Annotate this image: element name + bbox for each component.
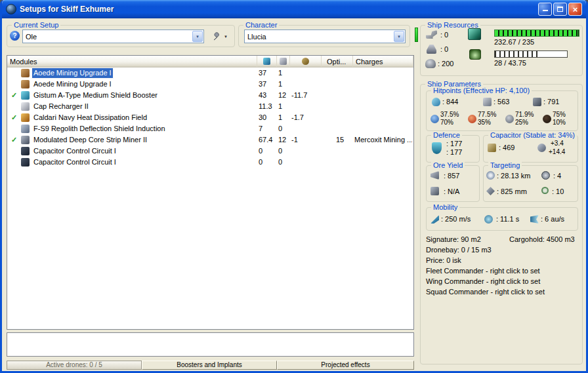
armor-hp-icon	[483, 98, 492, 106]
defence-value-1: : 177	[446, 140, 462, 147]
capacitor-amount: : 469	[499, 144, 514, 151]
sensor-strength-value: : 10	[552, 187, 564, 195]
module-pg: 12	[278, 135, 286, 145]
module-row[interactable]: ✓ Modulated Deep Core Strip Miner II 67.…	[7, 134, 413, 146]
scan-resolution-value: : 825 mm	[497, 187, 527, 195]
em-resist-icon	[430, 115, 439, 123]
module-pg: 0	[278, 124, 282, 134]
close-icon: ×	[573, 5, 578, 14]
speed-icon	[430, 215, 439, 224]
powergrid-usage-fill	[495, 51, 541, 57]
thermal-resist-icon	[468, 115, 476, 123]
powergrid-column-icon	[280, 58, 287, 65]
character-dropdown-button[interactable]: ▼	[394, 31, 404, 42]
rig-icon	[21, 158, 30, 167]
setup-select-value: Ole	[23, 33, 192, 41]
module-name: F-S9 Regolith Deflection Shield Inductio…	[32, 124, 167, 134]
character-group: Character Llucia ▼	[238, 25, 410, 47]
em-resist-shield: 37.5%	[440, 111, 459, 118]
modules-list: Aoede Mining Upgrade I 37 1 Aoede Mining…	[7, 68, 413, 168]
minimize-button[interactable]	[538, 3, 552, 16]
powergrid-usage-text: 28 / 43.75	[494, 59, 526, 67]
fleet-commander-text[interactable]: Fleet Commander - right click to set	[426, 267, 540, 275]
shield-hp-icon	[432, 98, 440, 106]
max-targets-value: : 4	[553, 172, 561, 180]
character-status-bar	[415, 28, 418, 42]
powergrid-icon	[469, 49, 481, 60]
speed-value: : 250 m/s	[441, 215, 471, 223]
module-row[interactable]: Aoede Mining Upgrade I 37 1	[7, 79, 413, 90]
active-check-icon: ✓	[11, 90, 17, 100]
module-cpu: 0	[259, 157, 262, 167]
active-drones-header[interactable]: Active drones: 0 / 5	[7, 361, 142, 370]
strip-miner-icon	[21, 136, 30, 144]
drones-panel	[7, 332, 414, 357]
shield-amplifier-icon	[21, 125, 30, 133]
squad-commander-text[interactable]: Squad Commander - right click to set	[426, 288, 545, 296]
module-name: Cap Recharger II	[32, 102, 90, 111]
boosters-implants-header[interactable]: Boosters and Implants	[142, 361, 277, 370]
capacitor-delta: +3.4	[551, 140, 564, 147]
wing-commander-text[interactable]: Wing Commander - right click to set	[426, 277, 540, 285]
character-select[interactable]: Llucia ▼	[244, 29, 406, 43]
modules-column-header: Modules	[7, 56, 257, 67]
module-row[interactable]: Capacitor Control Circuit I 0 0	[7, 146, 413, 157]
module-row[interactable]: ✓ Gistum A-Type Medium Shield Booster 43…	[7, 90, 413, 101]
shield-hp-value: : 844	[442, 98, 458, 106]
shield-defence-icon	[432, 142, 442, 154]
ore-laser-icon	[430, 171, 439, 180]
module-row[interactable]: Cap Recharger II 11.3 1	[7, 101, 413, 112]
ice-harvester-icon	[430, 187, 439, 195]
module-pg: 0	[278, 146, 282, 156]
module-pg: 1	[278, 113, 282, 123]
active-check-icon: ✓	[11, 135, 17, 145]
capacitor-label: Capacitor (Stable at: 34%)	[488, 131, 577, 140]
defence-group: Defence : 177 : 177	[426, 135, 480, 163]
module-row[interactable]: F-S9 Regolith Deflection Shield Inductio…	[7, 123, 413, 134]
close-button[interactable]: ×	[568, 3, 582, 16]
module-name: Gistum A-Type Medium Shield Booster	[32, 90, 159, 100]
mobility-group: Mobility : 250 m/s : 11.1 s : 6 au/s	[426, 207, 578, 231]
cpu-icon	[468, 28, 481, 40]
module-cap: -1	[291, 135, 298, 145]
structure-hp-value: : 791	[543, 98, 559, 106]
window-content: Current Setup ? Ole ▼ ▼ Character Llucia…	[2, 18, 586, 371]
maximize-button[interactable]	[553, 3, 567, 16]
ship-parameters-group: Ship Parameters Hitpoints (Effective HP:…	[420, 84, 583, 364]
module-row[interactable]: Aoede Mining Upgrade I 37 1	[7, 68, 413, 79]
chevron-down-icon: ▼	[196, 35, 200, 39]
module-cap: -11.7	[291, 90, 307, 100]
setup-tools-button[interactable]: ▼	[207, 29, 233, 44]
warp-speed-icon	[530, 215, 539, 224]
help-icon[interactable]: ?	[10, 31, 20, 41]
armor-hp-value: : 563	[494, 98, 509, 106]
minimize-icon	[543, 6, 548, 11]
titlebar[interactable]: Setups for Skiff Exhumer ×	[2, 0, 586, 18]
warp-speed-value: : 6 au/s	[541, 215, 564, 223]
window-title: Setups for Skiff Exhumer	[20, 5, 537, 14]
active-check-icon: ✓	[11, 113, 17, 123]
launcher-slots-value: : 0	[440, 45, 448, 53]
module-charge: Mercoxit Mining ...	[354, 135, 412, 145]
module-row[interactable]: ✓ Caldari Navy Heat Dissipation Field 30…	[7, 112, 413, 123]
hitpoints-group: Hitpoints (Effective HP: 4,100) : 844 : …	[426, 90, 578, 131]
ore-yield-group: Ore Yield : 857 : N/A	[426, 165, 480, 202]
module-cpu: 7	[259, 124, 262, 134]
projected-effects-header[interactable]: Projected effects	[277, 361, 414, 370]
drone-bandwidth-icon	[425, 59, 436, 68]
turret-hardpoint-icon	[426, 30, 437, 39]
defence-label: Defence	[431, 131, 462, 140]
cpu-usage-text: 232.67 / 235	[494, 38, 534, 46]
targeting-group: Targeting : 28.13 km : 4 : 825 mm : 10	[483, 165, 578, 202]
capacitor-icon	[488, 144, 496, 152]
setup-select[interactable]: Ole ▼	[22, 29, 204, 43]
wrench-icon	[212, 32, 222, 42]
module-cpu: 37	[259, 68, 266, 78]
character-label: Character	[243, 21, 279, 29]
module-opti: 15	[336, 135, 344, 145]
align-time-value: : 11.1 s	[496, 215, 519, 223]
character-select-value: Llucia	[245, 33, 393, 41]
setup-dropdown-button[interactable]: ▼	[192, 31, 203, 42]
module-row[interactable]: Capacitor Control Circuit I 0 0	[7, 157, 413, 168]
scan-resolution-icon	[486, 187, 495, 195]
